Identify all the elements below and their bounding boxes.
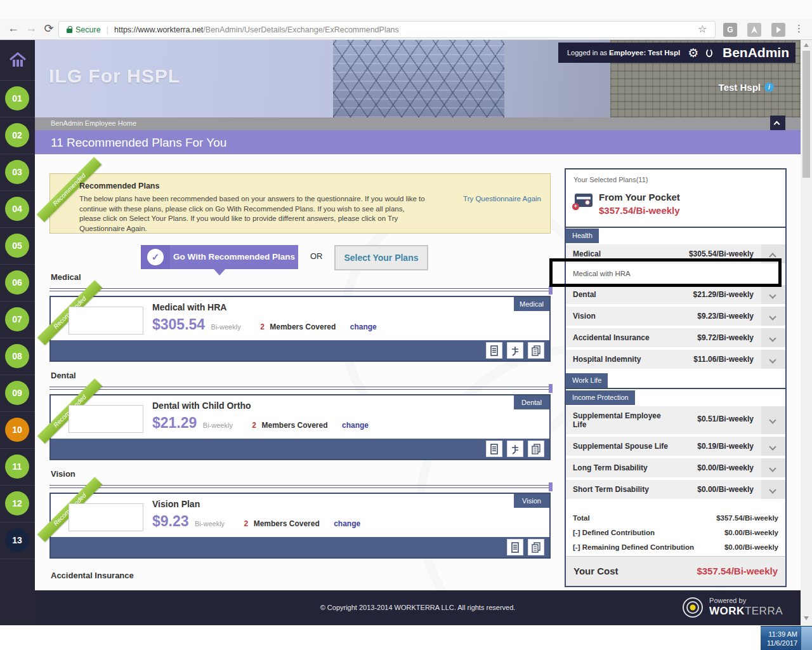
panel-row-accidental[interactable]: Accidental Insurance $9.72/Bi-weekly xyxy=(566,328,785,347)
info-icon[interactable]: i xyxy=(764,83,774,92)
step-07[interactable]: 07 xyxy=(5,307,29,331)
panel-row-long-term-disability[interactable]: Long Term Disability $0.00/Bi-weekly xyxy=(566,458,785,477)
bookmark-star-icon[interactable]: ☆ xyxy=(698,23,707,35)
plan-details-icon[interactable] xyxy=(486,342,502,359)
plan-details-icon[interactable] xyxy=(507,539,523,555)
gear-icon[interactable]: ⚙ xyxy=(688,47,698,59)
panel-row-short-term-disability[interactable]: Short Term Disability $0.00/Bi-weekly xyxy=(566,480,785,499)
step-09[interactable]: 09 xyxy=(5,381,29,405)
home-icon[interactable] xyxy=(8,51,27,72)
step-08[interactable]: 08 xyxy=(5,344,29,368)
plan-name: Dental with Child Ortho xyxy=(152,401,251,411)
panel-row-vision[interactable]: Vision $9.23/Bi-weekly xyxy=(566,307,785,326)
change-link[interactable]: change xyxy=(334,519,360,528)
plan-type-badge: Dental xyxy=(514,395,549,409)
page-title: 11 Recommended Plans For You xyxy=(51,136,226,150)
workterra-logo-icon xyxy=(683,597,703,618)
breadcrumb-bar: BenAdmin Employee Home xyxy=(35,117,801,130)
step-02[interactable]: 02 xyxy=(5,123,29,147)
copy-documents-icon[interactable] xyxy=(528,441,544,457)
tab-health[interactable]: Health xyxy=(566,229,599,243)
main-content: Recommended Recommended Plans The below … xyxy=(35,154,801,590)
remaining-defined-contribution-label: [-] Remaining Defined Contribution xyxy=(573,543,694,551)
scrollbar-thumb[interactable] xyxy=(802,51,810,178)
power-icon[interactable] xyxy=(706,49,712,57)
step-05[interactable]: 05 xyxy=(5,234,29,258)
show-desktop-button[interactable] xyxy=(801,626,812,650)
chevron-down-icon xyxy=(769,416,776,423)
step-13[interactable]: 13 xyxy=(5,528,29,552)
total-label: Total xyxy=(573,514,590,522)
lock-icon xyxy=(67,29,72,33)
collapse-header-button[interactable] xyxy=(770,116,785,130)
panel-row-supp-employee-life[interactable]: Supplemental Employee Life $0.51/Bi-week… xyxy=(566,406,785,434)
expand-row-button[interactable] xyxy=(761,285,785,304)
logged-in-text: Logged in as Employee: Test Hspl xyxy=(567,49,680,56)
chevron-down-icon xyxy=(769,465,776,472)
tab-work-life[interactable]: Work Life xyxy=(566,373,608,388)
screen: ← → ⟳ Secure | https://www.workterra.net… xyxy=(0,0,812,650)
change-link[interactable]: change xyxy=(342,421,369,430)
extension-icon-adobe[interactable] xyxy=(747,23,761,37)
plan-card-dental: Recommended Dental with Child Ortho $21.… xyxy=(49,394,551,460)
info-box-body: The below plans have been recommended ba… xyxy=(79,194,427,234)
chevron-down-icon xyxy=(769,486,776,493)
select-your-plans-button[interactable]: Select Your Plans xyxy=(334,245,428,270)
chevron-up-icon xyxy=(774,121,780,128)
plan-card-vision: Recommended Vision Plan $9.23 Bi-weekly … xyxy=(49,493,551,559)
plan-type-badge: Medical xyxy=(514,297,549,311)
annotation-highlight-rect xyxy=(549,258,782,287)
step-03[interactable]: 03 xyxy=(5,160,29,184)
address-bar[interactable]: Secure | https://www.workterra.net /BenA… xyxy=(58,21,716,38)
go-with-recommended-plans-button[interactable]: ✓ Go With Recommended Plans xyxy=(141,245,298,269)
expand-row-button[interactable] xyxy=(761,328,785,347)
panel-row-hospital[interactable]: Hospital Indemnity $11.06/Bi-weekly xyxy=(566,350,785,369)
copy-documents-icon[interactable] xyxy=(528,342,544,359)
change-link[interactable]: change xyxy=(350,322,377,331)
step-04[interactable]: 04 xyxy=(5,197,29,221)
plan-price: $21.29 xyxy=(152,415,197,431)
plan-details-icon[interactable] xyxy=(486,441,502,457)
step-11[interactable]: 11 xyxy=(5,454,29,479)
panel-row-dental[interactable]: Dental $21.29/Bi-weekly xyxy=(566,285,785,304)
pin-compare-icon[interactable] xyxy=(507,342,523,359)
remaining-defined-contribution-value: $0.00/Bi-weekly xyxy=(724,543,778,551)
extension-icon-g[interactable]: G xyxy=(723,23,737,37)
recommended-info-box: Recommended Recommended Plans The below … xyxy=(49,173,551,234)
forward-icon[interactable]: → xyxy=(23,22,39,35)
carrier-logo-placeholder xyxy=(69,503,143,531)
expand-row-button[interactable] xyxy=(761,437,785,456)
expand-row-button[interactable] xyxy=(761,406,785,434)
copy-documents-icon[interactable] xyxy=(528,539,544,555)
expand-row-button[interactable] xyxy=(761,350,785,369)
expand-row-button[interactable] xyxy=(761,480,785,499)
expand-row-button[interactable] xyxy=(761,307,785,326)
extension-icon[interactable] xyxy=(771,23,785,37)
plan-period: Bi-weekly xyxy=(203,421,233,429)
clock-time: 11:39 AM xyxy=(761,630,797,639)
from-your-pocket-label: From Your Pocket xyxy=(599,192,680,202)
step-01[interactable]: 01 xyxy=(5,86,29,110)
back-icon[interactable]: ← xyxy=(5,22,22,35)
panel-row-supp-spouse-life[interactable]: Supplemental Spouse Life $0.19/Bi-weekly xyxy=(566,437,785,456)
reload-icon[interactable]: ⟳ xyxy=(41,22,57,36)
scrollbar[interactable] xyxy=(801,40,812,625)
try-questionnaire-again-link[interactable]: Try Questionnaire Again xyxy=(463,195,541,202)
plan-price: $305.54 xyxy=(152,316,205,333)
step-10-current[interactable]: 10 xyxy=(5,418,29,442)
chevron-down-icon xyxy=(769,356,776,363)
section-separator xyxy=(49,288,551,291)
total-value: $357.54/Bi-weekly xyxy=(716,514,778,522)
tab-income-protection[interactable]: Income Protection xyxy=(566,390,635,405)
scroll-down-icon[interactable] xyxy=(804,616,809,620)
members-count: 2 xyxy=(252,421,256,430)
browser-menu-icon[interactable]: ⋮ xyxy=(794,23,804,34)
expand-row-button[interactable] xyxy=(761,458,785,477)
taskbar-clock[interactable]: 11:39 AM 11/6/2017 xyxy=(761,626,801,650)
plan-type-badge: Vision xyxy=(514,494,549,508)
step-06[interactable]: 06 xyxy=(5,270,29,295)
scroll-up-icon[interactable] xyxy=(804,43,809,47)
step-12[interactable]: 12 xyxy=(5,491,29,515)
header-banner: ILG For HSPL Logged in as Employee: Test… xyxy=(35,40,801,117)
pin-compare-icon[interactable] xyxy=(507,441,523,457)
